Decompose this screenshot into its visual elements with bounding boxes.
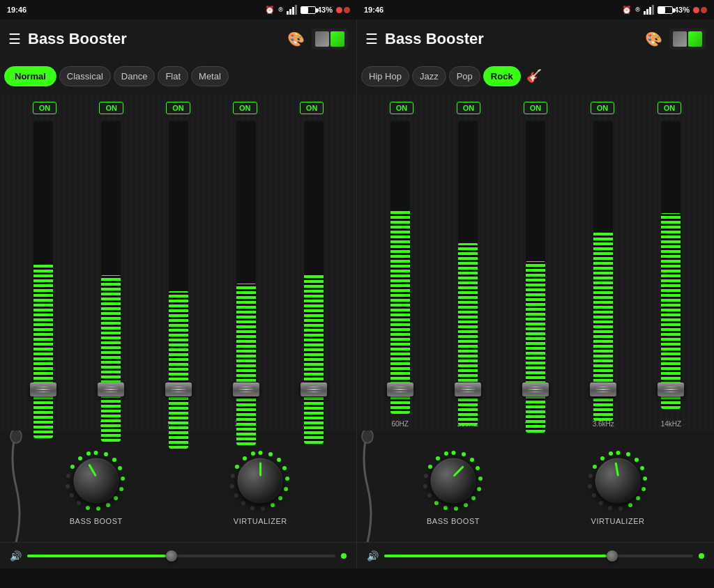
svg-point-28 — [241, 501, 245, 505]
svg-point-44 — [454, 506, 458, 511]
svg-point-23 — [284, 487, 288, 491]
virtualizer-knob-right[interactable]: VIRTUALIZER — [585, 448, 651, 525]
svg-point-47 — [427, 493, 432, 497]
svg-point-39 — [476, 466, 480, 470]
slider-3k6-left[interactable]: 3.6kHz — [214, 121, 278, 428]
vol-track-right[interactable] — [384, 555, 693, 557]
tab-rock[interactable]: Rock — [483, 66, 521, 86]
on-btn-left-1[interactable]: ON — [33, 102, 57, 114]
svg-point-33 — [243, 456, 247, 461]
virtualizer-label-left: VIRTUALIZER — [234, 517, 287, 525]
battery-pct-left: 43% — [317, 6, 333, 14]
svg-point-34 — [251, 451, 255, 456]
tab-hiphop[interactable]: Hip Hop — [361, 66, 409, 86]
tab-dance[interactable]: Dance — [114, 66, 155, 86]
svg-point-7 — [114, 496, 118, 500]
svg-point-12 — [70, 493, 74, 497]
svg-point-11 — [77, 501, 81, 505]
right-header: ☰ Bass Booster 🎨 — [357, 20, 714, 59]
vol-dot-left[interactable] — [341, 553, 347, 559]
freq-label-60hz-right: 60HZ — [391, 420, 408, 428]
svg-point-2 — [104, 452, 108, 456]
eq-toggle-right[interactable] — [669, 29, 706, 49]
vol-thumb-right[interactable] — [607, 550, 618, 562]
svg-point-1 — [94, 451, 98, 455]
left-title: Bass Booster — [28, 30, 280, 48]
svg-point-3 — [112, 458, 116, 462]
virtualizer-knob-left[interactable]: VIRTUALIZER — [227, 448, 294, 525]
svg-point-41 — [477, 487, 481, 491]
svg-point-31 — [231, 474, 235, 478]
svg-point-32 — [235, 465, 239, 469]
vol-dot-right[interactable] — [699, 553, 704, 559]
on-btn-right-1[interactable]: ON — [390, 102, 414, 114]
slider-910hz-right[interactable]: 910HZ — [503, 121, 567, 428]
slider-60hz-left[interactable]: 60HZ — [11, 121, 75, 428]
bass-boost-knob-right[interactable]: BASS BOOST — [420, 448, 487, 525]
hamburger-left[interactable]: ☰ — [8, 31, 21, 47]
palette-left[interactable]: 🎨 — [287, 31, 305, 47]
slider-230hz-right[interactable]: 230HZ — [436, 121, 499, 428]
slider-3k6-right[interactable]: 3.6kHz — [572, 121, 635, 428]
bass-boost-knob-left[interactable]: BASS BOOST — [63, 448, 129, 525]
vol-icon-left: 🔊 — [10, 550, 22, 562]
svg-point-17 — [86, 451, 91, 456]
slider-910hz-left[interactable]: 910HZ — [146, 121, 210, 428]
vol-thumb-left[interactable] — [166, 550, 177, 562]
svg-point-51 — [436, 456, 440, 461]
on-btn-right-5[interactable]: ON — [658, 102, 682, 114]
battery-left: 43% — [301, 6, 333, 14]
svg-point-37 — [462, 452, 466, 456]
freq-label-3k6-right: 3.6kHz — [593, 420, 614, 428]
signal-left — [287, 5, 297, 15]
svg-point-19 — [268, 452, 273, 456]
red-dots-right — [693, 7, 707, 13]
right-title: Bass Booster — [385, 30, 638, 48]
svg-point-15 — [70, 465, 75, 469]
hamburger-right[interactable]: ☰ — [365, 31, 378, 47]
svg-point-4 — [118, 466, 122, 470]
palette-right[interactable]: 🎨 — [645, 31, 662, 47]
slider-14k-right[interactable]: 14kHZ — [639, 121, 703, 428]
on-btn-right-2[interactable]: ON — [457, 102, 481, 114]
svg-point-56 — [640, 466, 644, 470]
vol-track-left[interactable] — [27, 555, 335, 557]
svg-point-29 — [234, 493, 238, 497]
battery-right: 43% — [658, 6, 690, 14]
on-btn-right-3[interactable]: ON — [524, 102, 548, 114]
svg-point-22 — [285, 477, 289, 481]
tab-jazz[interactable]: Jazz — [412, 66, 446, 86]
guitar-icon[interactable]: 🎸 — [526, 68, 542, 84]
on-btn-right-4[interactable]: ON — [591, 102, 615, 114]
eq-toggle-left[interactable] — [312, 29, 348, 49]
svg-point-5 — [121, 477, 125, 481]
svg-point-59 — [636, 496, 640, 500]
on-btn-left-3[interactable]: ON — [166, 102, 190, 114]
svg-point-50 — [428, 465, 432, 469]
svg-point-6 — [119, 487, 123, 491]
svg-point-46 — [434, 501, 439, 505]
tab-normal[interactable]: Normal — [4, 66, 56, 86]
time-right: 19:46 — [364, 6, 383, 14]
alarm-icon-right: ⏰ — [622, 6, 632, 15]
on-buttons-left: ON ON ON ON ON — [4, 99, 352, 117]
volume-bar-left: 🔊 — [0, 542, 356, 568]
slider-14k-left[interactable]: 14kHZ — [282, 121, 345, 428]
tab-flat[interactable]: Flat — [158, 66, 188, 86]
on-buttons-right: ON ON ON ON ON — [361, 99, 710, 117]
sliders-left: 60HZ 230HZ — [4, 121, 352, 428]
svg-point-13 — [66, 484, 70, 488]
slider-230hz-left[interactable]: 230HZ — [79, 121, 142, 428]
red-dots-left — [336, 7, 350, 13]
reg-icon-right: ® — [635, 6, 640, 13]
on-btn-left-5[interactable]: ON — [300, 102, 324, 114]
tab-metal[interactable]: Metal — [191, 66, 229, 86]
tab-classical[interactable]: Classical — [59, 66, 111, 86]
svg-point-36 — [451, 451, 455, 455]
svg-point-66 — [588, 474, 593, 478]
svg-point-62 — [608, 506, 612, 510]
tab-pop[interactable]: Pop — [449, 66, 480, 86]
slider-60hz-right[interactable]: 60HZ — [368, 121, 432, 428]
on-btn-left-2[interactable]: ON — [99, 102, 123, 114]
on-btn-left-4[interactable]: ON — [233, 102, 257, 114]
